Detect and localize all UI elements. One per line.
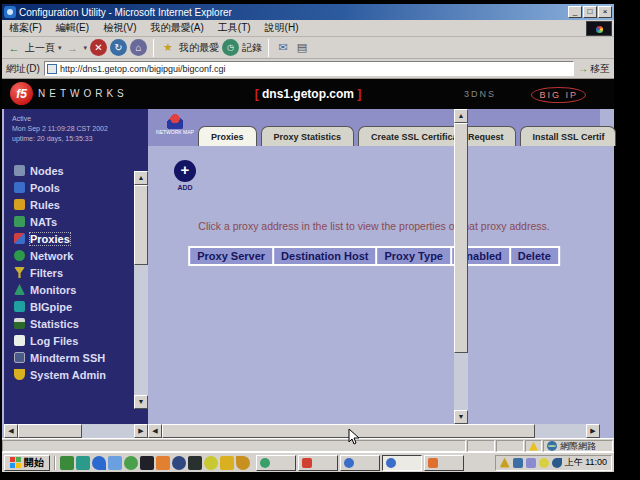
sidebar-item-network[interactable]: Network bbox=[4, 247, 134, 264]
sidebar-item-bigpipe[interactable]: BIGpipe bbox=[4, 298, 134, 315]
tray-volume-icon[interactable] bbox=[552, 458, 562, 468]
scroll-down-icon[interactable]: ▼ bbox=[134, 395, 148, 409]
task-button-5[interactable] bbox=[424, 455, 464, 471]
history-button-label[interactable]: 記錄 bbox=[242, 41, 262, 55]
ie-window-icon bbox=[4, 6, 16, 18]
forward-icon[interactable]: → bbox=[65, 40, 81, 56]
quick-launch-icon-11[interactable] bbox=[220, 456, 234, 470]
task-button-4-active[interactable] bbox=[382, 455, 422, 471]
back-dropdown-icon[interactable]: ▾ bbox=[58, 44, 62, 52]
quick-launch-icon-12[interactable] bbox=[236, 456, 250, 470]
menu-file[interactable]: 檔案(F) bbox=[2, 19, 49, 37]
menu-view[interactable]: 檢視(V) bbox=[96, 19, 143, 37]
quick-launch-icon-9[interactable] bbox=[188, 456, 202, 470]
scroll-right-icon[interactable]: ▶ bbox=[586, 424, 600, 438]
filters-icon bbox=[14, 267, 25, 278]
quick-launch-icon-2[interactable] bbox=[76, 456, 90, 470]
tab-proxies[interactable]: Proxies bbox=[198, 126, 257, 146]
address-input[interactable] bbox=[60, 63, 571, 75]
home-icon[interactable]: ⌂ bbox=[130, 39, 147, 56]
sidebar-item-monitors[interactable]: Monitors bbox=[4, 281, 134, 298]
close-button[interactable]: × bbox=[598, 6, 612, 18]
hostname-text: dns1.getop.com bbox=[259, 87, 358, 101]
scroll-right-icon[interactable]: ▶ bbox=[134, 424, 148, 438]
tab-create-ssl-certificate-request[interactable]: Create SSL Certificate Request bbox=[358, 126, 516, 146]
tray-clock: 上午 11:00 bbox=[565, 456, 607, 469]
minimize-button[interactable]: _ bbox=[568, 6, 582, 18]
sidebar-item-statistics[interactable]: Statistics bbox=[4, 315, 134, 332]
task-button-3[interactable] bbox=[340, 455, 380, 471]
stop-icon[interactable]: ✕ bbox=[90, 39, 107, 56]
proxy-table-header-row: Proxy Server Destination Host Proxy Type… bbox=[190, 248, 558, 264]
menu-tools[interactable]: 工具(T) bbox=[211, 19, 258, 37]
bigpipe-icon bbox=[14, 301, 25, 312]
sidebar-item-system-admin[interactable]: System Admin bbox=[4, 366, 134, 383]
taskbar-separator bbox=[54, 456, 56, 470]
taskbar: 開始 上午 11:00 bbox=[2, 452, 614, 472]
scroll-up-icon[interactable]: ▲ bbox=[454, 109, 468, 123]
tab-proxy-statistics[interactable]: Proxy Statistics bbox=[261, 126, 355, 146]
quick-launch-icon-4[interactable] bbox=[108, 456, 122, 470]
menu-edit[interactable]: 編輯(E) bbox=[49, 19, 96, 37]
quick-launch-icon-5[interactable] bbox=[124, 456, 138, 470]
sidebar-item-nodes[interactable]: Nodes bbox=[4, 162, 134, 179]
scroll-left-icon[interactable]: ◀ bbox=[4, 424, 18, 438]
sidebar-item-proxies[interactable]: Proxies bbox=[4, 230, 134, 247]
quick-launch-icon-1[interactable] bbox=[60, 456, 74, 470]
network-map-button[interactable]: NETWORK MAP bbox=[154, 113, 196, 143]
scroll-down-icon[interactable]: ▼ bbox=[454, 410, 468, 424]
sidebar-item-label: Mindterm SSH bbox=[30, 352, 105, 364]
scroll-left-icon[interactable]: ◀ bbox=[148, 424, 162, 438]
menu-help[interactable]: 說明(H) bbox=[258, 19, 306, 37]
sidebar-item-rules[interactable]: Rules bbox=[4, 196, 134, 213]
quick-launch-icon-8[interactable] bbox=[172, 456, 186, 470]
tab-install-ssl-certificate[interactable]: Install SSL Certif bbox=[520, 126, 616, 146]
menu-favorites[interactable]: 我的最愛(A) bbox=[143, 19, 210, 37]
scrollbar-thumb[interactable] bbox=[18, 424, 82, 438]
forward-dropdown-icon[interactable]: ▾ bbox=[84, 44, 88, 52]
history-icon[interactable]: ◷ bbox=[222, 39, 239, 56]
sidebar-item-nats[interactable]: NATs bbox=[4, 213, 134, 230]
scrollbar-track[interactable] bbox=[454, 123, 468, 410]
mouse-cursor bbox=[348, 428, 360, 446]
address-label: 網址(D) bbox=[6, 62, 40, 76]
nav-bigip-link[interactable]: BIG IP bbox=[531, 87, 586, 103]
nav-3dns-link[interactable]: 3DNS bbox=[464, 89, 496, 99]
mail-icon[interactable]: ✉ bbox=[275, 40, 291, 56]
scroll-up-icon[interactable]: ▲ bbox=[134, 171, 148, 185]
tray-alert-icon[interactable] bbox=[500, 458, 510, 468]
refresh-icon[interactable]: ↻ bbox=[110, 39, 127, 56]
print-icon[interactable]: ▤ bbox=[294, 40, 310, 56]
scrollbar-track[interactable] bbox=[162, 424, 586, 438]
favorites-icon[interactable]: ★ bbox=[160, 40, 176, 56]
sidebar-hscrollbar: ◀ ▶ bbox=[4, 424, 148, 438]
quick-launch-icon-10[interactable] bbox=[204, 456, 218, 470]
start-button[interactable]: 開始 bbox=[4, 455, 50, 471]
address-field-frame bbox=[44, 61, 574, 76]
task-button-2[interactable] bbox=[298, 455, 338, 471]
task-button-1[interactable] bbox=[256, 455, 296, 471]
back-icon[interactable]: ← bbox=[6, 40, 22, 56]
scrollbar-thumb[interactable] bbox=[454, 123, 468, 353]
add-proxy-button[interactable]: + ADD bbox=[170, 160, 200, 191]
quick-launch-icon-7[interactable] bbox=[156, 456, 170, 470]
quick-launch-icon-6[interactable] bbox=[140, 456, 154, 470]
sidebar-item-mindterm-ssh[interactable]: Mindterm SSH bbox=[4, 349, 134, 366]
back-button-label[interactable]: 上一頁 bbox=[25, 41, 55, 55]
favorites-button-label[interactable]: 我的最愛 bbox=[179, 41, 219, 55]
network-map-icon bbox=[167, 113, 183, 129]
sidebar-item-pools[interactable]: Pools bbox=[4, 179, 134, 196]
tray-app-icon[interactable] bbox=[539, 458, 549, 468]
scrollbar-track[interactable] bbox=[18, 424, 134, 438]
quick-launch-icon-3[interactable] bbox=[92, 456, 106, 470]
sidebar-item-filters[interactable]: Filters bbox=[4, 264, 134, 281]
maximize-button[interactable]: □ bbox=[583, 6, 597, 18]
task-app-icon bbox=[428, 458, 438, 468]
scrollbar-thumb[interactable] bbox=[134, 185, 148, 265]
network-icon bbox=[14, 250, 25, 261]
sidebar-item-log-files[interactable]: Log Files bbox=[4, 332, 134, 349]
scrollbar-track[interactable] bbox=[134, 185, 148, 395]
tray-app-icon[interactable] bbox=[526, 458, 536, 468]
tray-display-icon[interactable] bbox=[513, 458, 523, 468]
go-button[interactable]: → 移至 bbox=[578, 62, 610, 76]
